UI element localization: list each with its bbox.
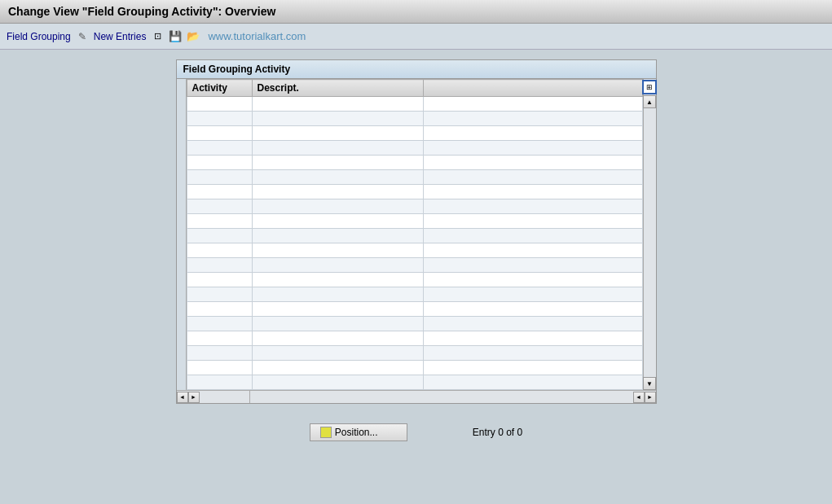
- position-icon: [320, 427, 332, 438]
- entry-count-label: Entry 0 of 0: [473, 427, 522, 438]
- table-row[interactable]: [187, 302, 642, 317]
- table-row[interactable]: [187, 287, 642, 302]
- col-header-descript: Descript.: [252, 80, 423, 97]
- title-text: Change View "Field Grouping Activity": O…: [8, 5, 275, 18]
- data-table: Activity Descript.: [187, 79, 643, 390]
- table-header-row: Activity Descript.: [187, 80, 642, 97]
- scroll-left-left-button[interactable]: ◄: [177, 392, 188, 403]
- table-row[interactable]: [187, 141, 642, 156]
- table-row[interactable]: [187, 112, 642, 126]
- table-row[interactable]: [187, 126, 642, 141]
- table-row[interactable]: [187, 273, 642, 287]
- scrollbar-track-v: [644, 108, 656, 377]
- table-row[interactable]: [187, 214, 642, 229]
- table-row[interactable]: [187, 243, 642, 258]
- scroll-down-button[interactable]: ▼: [643, 377, 656, 390]
- table-row[interactable]: [187, 331, 642, 346]
- position-button-label: Position...: [335, 427, 378, 438]
- table-row[interactable]: [187, 185, 642, 199]
- table-row[interactable]: [187, 375, 642, 390]
- table-body-area: Activity Descript.: [177, 79, 643, 390]
- field-grouping-menu[interactable]: Field Grouping: [7, 31, 71, 42]
- col-header-activity: Activity: [187, 80, 252, 97]
- footer: Position... Entry 0 of 0: [13, 423, 819, 441]
- main-content: Field Grouping Activity Activity: [0, 50, 832, 451]
- scroll-left-right-button[interactable]: ►: [188, 392, 200, 403]
- field-grouping-label: Field Grouping: [7, 31, 71, 42]
- table-row[interactable]: [187, 361, 642, 375]
- table-row[interactable]: [187, 258, 642, 273]
- new-entries-label: New Entries: [94, 31, 147, 42]
- table-row[interactable]: [187, 317, 642, 331]
- scrollbar-h-left: ◄ ►: [177, 391, 250, 403]
- folder-icon[interactable]: 📂: [187, 30, 200, 43]
- panel-header-text: Field Grouping Activity: [183, 64, 291, 75]
- table-row[interactable]: [187, 229, 642, 243]
- title-bar: Change View "Field Grouping Activity": O…: [0, 0, 832, 24]
- scroll-right-left-button[interactable]: ◄: [633, 392, 645, 403]
- scrollbar-h-right: ◄ ►: [250, 391, 656, 403]
- table-row[interactable]: [187, 199, 642, 214]
- pencil-icon[interactable]: ✎: [76, 30, 89, 43]
- table-row[interactable]: [187, 170, 642, 185]
- position-button[interactable]: Position...: [310, 423, 407, 441]
- scroll-up-button[interactable]: ▲: [643, 95, 656, 108]
- vertical-scrollbar[interactable]: ⊞ ▲ ▼: [643, 79, 656, 390]
- horizontal-scrollbar: ◄ ► ◄ ►: [177, 390, 656, 403]
- table-panel-header: Field Grouping Activity: [177, 60, 656, 79]
- table-scroll-area: Activity Descript.: [177, 79, 656, 390]
- table-row[interactable]: [187, 346, 642, 361]
- table-inner: Activity Descript.: [187, 79, 643, 390]
- copy-icon[interactable]: ⊡: [151, 30, 164, 43]
- scroll-right-right-button[interactable]: ►: [645, 392, 656, 403]
- new-entries-button[interactable]: New Entries: [94, 31, 147, 42]
- scrollbar-h-track-left: [200, 391, 249, 403]
- table-panel: Field Grouping Activity Activity: [176, 59, 657, 404]
- toolbar: Field Grouping ✎ New Entries ⊡ 💾 📂 www.t…: [0, 24, 832, 50]
- table-row[interactable]: [187, 97, 642, 112]
- watermark-text: www.tutorialkart.com: [208, 30, 306, 42]
- save-icon[interactable]: 💾: [169, 30, 182, 43]
- customize-table-icon[interactable]: ⊞: [642, 80, 657, 94]
- scrollbar-h-track-right: [250, 391, 633, 403]
- row-indicator-column: [177, 79, 187, 390]
- table-row[interactable]: [187, 156, 642, 170]
